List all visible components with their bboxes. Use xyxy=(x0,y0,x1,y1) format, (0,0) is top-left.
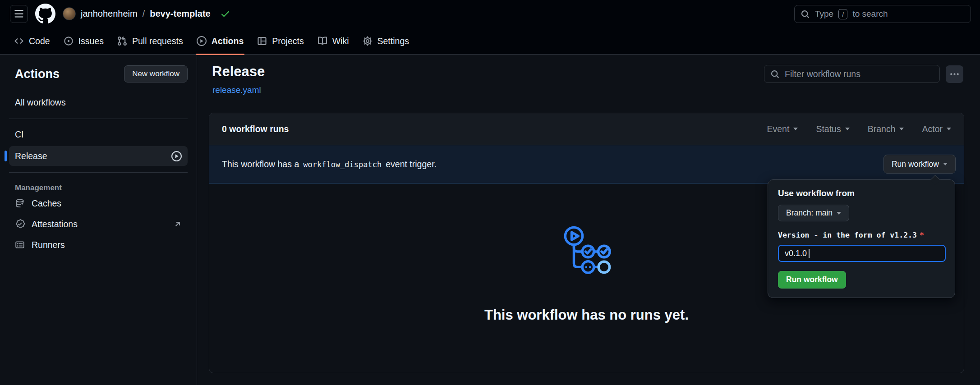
filter-label: Status xyxy=(816,124,841,134)
status-filter-dropdown[interactable]: Status xyxy=(816,124,849,134)
actor-filter-dropdown[interactable]: Actor xyxy=(922,124,951,134)
commit-status-check-icon[interactable] xyxy=(216,9,230,19)
sidebar-title: Actions xyxy=(15,67,60,81)
external-link-icon xyxy=(174,220,182,228)
search-placeholder-prefix: Type xyxy=(815,9,833,19)
selected-indicator xyxy=(5,151,7,161)
github-logo-icon[interactable] xyxy=(35,4,55,24)
required-asterisk: * xyxy=(920,231,924,239)
issue-opened-icon xyxy=(64,36,74,46)
workflow-page-title: Release xyxy=(212,64,265,80)
workflow-file-link[interactable]: release.yaml xyxy=(212,85,261,95)
workflow-options-button[interactable] xyxy=(946,65,963,83)
banner-code: workflow_dispatch xyxy=(303,160,382,169)
text-cursor xyxy=(809,249,810,258)
sidebar-item-label: Attestations xyxy=(32,219,78,229)
sidebar-divider xyxy=(9,172,188,173)
tab-pull-requests[interactable]: Pull requests xyxy=(110,28,190,55)
chevron-down-icon xyxy=(943,163,948,165)
chevron-down-icon xyxy=(837,212,841,215)
tab-label: Code xyxy=(29,36,50,46)
global-search-input[interactable]: Type / to search xyxy=(794,5,971,23)
owner-avatar[interactable] xyxy=(63,7,76,20)
workflow-graph-illustration xyxy=(560,225,613,278)
sidebar-item-attestations[interactable]: Attestations xyxy=(9,214,188,234)
sidebar-item-ci[interactable]: CI xyxy=(9,124,188,144)
run-workflow-label: Run workflow xyxy=(892,160,939,169)
version-label-text: Version - in the form of v1.2.3 xyxy=(778,231,917,239)
filter-label: Actor xyxy=(922,124,943,134)
tab-projects[interactable]: Projects xyxy=(250,28,310,55)
branch-select-button[interactable]: Branch: main xyxy=(778,205,849,221)
no-runs-message: This workflow has no runs yet. xyxy=(484,307,689,323)
version-input[interactable] xyxy=(778,245,946,262)
tab-label: Issues xyxy=(78,36,104,46)
runs-table-header: 0 workflow runs Event Status Branch Acto… xyxy=(209,113,964,145)
book-icon xyxy=(317,36,327,46)
branch-filter-dropdown[interactable]: Branch xyxy=(868,124,904,134)
workflow-dispatch-play-icon[interactable] xyxy=(171,151,182,161)
runs-count: 0 workflow runs xyxy=(222,124,289,134)
tab-issues[interactable]: Issues xyxy=(57,28,110,55)
filter-label: Branch xyxy=(868,124,896,134)
filter-placeholder: Filter workflow runs xyxy=(785,69,860,79)
hamburger-menu-button[interactable] xyxy=(10,5,28,23)
version-field-label: Version - in the form of v1.2.3* xyxy=(778,231,945,239)
banner-text-after: event trigger. xyxy=(386,159,437,170)
tab-label: Settings xyxy=(377,36,409,46)
gear-icon xyxy=(363,36,373,46)
chevron-down-icon xyxy=(899,128,904,130)
tab-label: Projects xyxy=(272,36,304,46)
tab-settings[interactable]: Settings xyxy=(356,28,416,55)
verified-badge-icon xyxy=(15,219,25,229)
sidebar-item-label: Runners xyxy=(32,240,65,250)
header-top-row: janhohenheim / bevy-template Type / to s… xyxy=(0,0,980,28)
workflow-dispatch-banner: This workflow has a workflow_dispatch ev… xyxy=(209,145,964,183)
new-workflow-button[interactable]: New workflow xyxy=(124,65,188,82)
chevron-down-icon xyxy=(845,128,850,130)
sidebar-item-label: Caches xyxy=(32,198,61,209)
chevron-down-icon xyxy=(947,128,951,130)
actions-sidebar: Actions New workflow All workflows CI Re… xyxy=(0,55,197,385)
sidebar-item-all-workflows[interactable]: All workflows xyxy=(9,92,188,112)
slash-key-badge: / xyxy=(838,9,847,19)
run-workflow-popup: Use workflow from Branch: main Version -… xyxy=(768,179,955,298)
code-icon xyxy=(14,36,24,46)
search-placeholder-suffix: to search xyxy=(852,9,888,19)
filter-label: Event xyxy=(767,124,790,134)
play-circle-icon xyxy=(197,36,207,46)
search-icon xyxy=(770,69,780,79)
tab-code[interactable]: Code xyxy=(7,28,57,55)
breadcrumb-owner[interactable]: janhohenheim xyxy=(81,9,138,19)
sidebar-item-release[interactable]: Release xyxy=(9,146,188,166)
search-icon xyxy=(801,9,810,19)
sidebar-item-runners[interactable]: Runners xyxy=(9,235,188,255)
kebab-horizontal-icon xyxy=(949,69,960,79)
cache-database-icon xyxy=(15,198,25,208)
tab-actions[interactable]: Actions xyxy=(190,28,251,55)
dispatch-banner-text: This workflow has a workflow_dispatch ev… xyxy=(222,159,437,170)
tab-wiki[interactable]: Wiki xyxy=(311,28,356,55)
sidebar-item-caches[interactable]: Caches xyxy=(9,193,188,213)
filter-workflow-runs-input[interactable]: Filter workflow runs xyxy=(764,65,940,83)
run-workflow-dropdown-button[interactable]: Run workflow xyxy=(883,155,956,174)
breadcrumb-separator: / xyxy=(143,9,145,19)
popup-heading: Use workflow from xyxy=(778,188,945,198)
git-pull-request-icon xyxy=(117,36,127,46)
sidebar-divider xyxy=(9,119,188,119)
breadcrumb: janhohenheim / bevy-template xyxy=(63,7,230,20)
runs-toolbar: Filter workflow runs xyxy=(764,65,963,83)
run-workflow-submit-button[interactable]: Run workflow xyxy=(778,271,846,289)
hamburger-icon xyxy=(14,9,24,19)
event-filter-dropdown[interactable]: Event xyxy=(767,124,798,134)
sidebar-item-label: Release xyxy=(15,151,47,161)
breadcrumb-repo[interactable]: bevy-template xyxy=(150,9,211,19)
tab-label: Pull requests xyxy=(132,36,183,46)
app-header: janhohenheim / bevy-template Type / to s… xyxy=(0,0,980,55)
project-table-icon xyxy=(257,36,267,46)
repo-nav-tabs: Code Issues Pull requests Actions Projec… xyxy=(0,28,980,55)
chevron-down-icon xyxy=(793,128,798,130)
management-section-label: Management xyxy=(9,183,188,192)
banner-text-before: This workflow has a xyxy=(222,159,299,170)
tab-label: Wiki xyxy=(332,36,349,46)
